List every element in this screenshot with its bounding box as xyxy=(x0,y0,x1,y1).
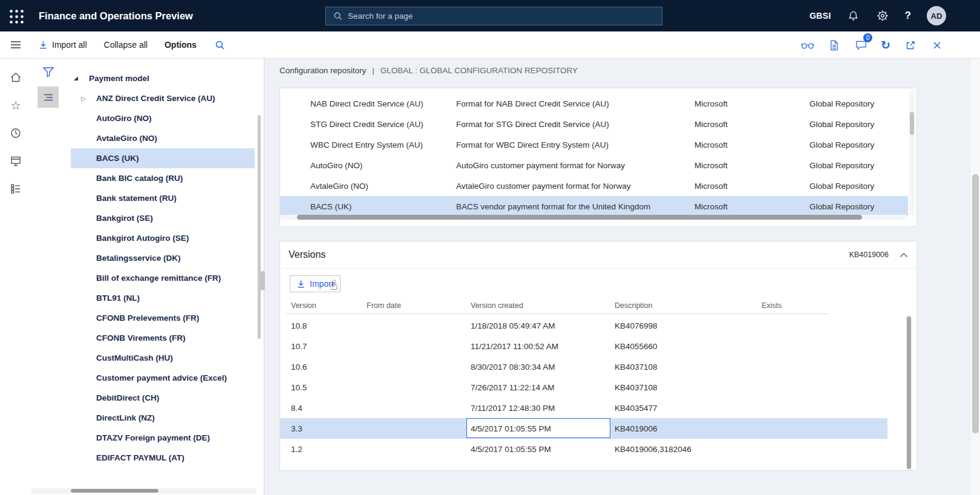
cell-version: 10.8 xyxy=(291,321,307,330)
cell-description: KB4037108 xyxy=(615,383,658,392)
accessibility-glasses-icon[interactable] xyxy=(801,39,814,52)
download-icon xyxy=(39,41,48,50)
tree-item[interactable]: BTL91 (NL) xyxy=(71,288,255,308)
tree-item-selected[interactable]: BACS (UK) xyxy=(71,148,255,168)
cell-description: Format for WBC Direct Entry System (AU) xyxy=(456,140,609,149)
tree-item[interactable]: Bank statement (RU) xyxy=(71,188,255,208)
splitter-handle[interactable] xyxy=(261,271,265,290)
column-header-from-date[interactable]: From date xyxy=(367,301,401,310)
version-row[interactable]: 1.2 4/5/2017 01:05:55 PM KB4019006,31820… xyxy=(280,439,887,459)
app-launcher-icon[interactable] xyxy=(8,8,24,24)
import-button[interactable]: Import xyxy=(290,275,341,292)
chevron-up-icon[interactable] xyxy=(900,252,908,258)
help-icon[interactable]: ? xyxy=(905,10,911,22)
cell-description: KB4076998 xyxy=(615,321,658,330)
versions-vertical-scrollbar-thumb[interactable] xyxy=(907,316,911,469)
collapse-all-button[interactable]: Collapse all xyxy=(104,40,148,50)
tree-item[interactable]: CustMultiCash (HU) xyxy=(71,348,255,368)
grid-horizontal-scrollbar-track[interactable] xyxy=(281,215,907,220)
version-row-selected[interactable]: 3.3 4/5/2017 01:05:55 PM KB4019006 xyxy=(280,418,887,439)
page-vertical-scrollbar-track[interactable] xyxy=(970,59,980,495)
tree-root-label: Payment model xyxy=(89,74,149,83)
tree-item[interactable]: AvtaleGiro (NO) xyxy=(71,128,255,148)
table-row[interactable]: AvtaleGiro (NO) AvtaleGiro customer paym… xyxy=(280,175,916,196)
tree-item[interactable]: DirectLink (NZ) xyxy=(71,408,255,428)
version-row[interactable]: 10.7 11/21/2017 11:00:52 AM KB4055660 xyxy=(280,336,887,356)
sidebar-horizontal-scrollbar-thumb[interactable] xyxy=(71,489,158,493)
hamburger-menu-icon[interactable] xyxy=(0,31,31,59)
page-vertical-scrollbar-thumb[interactable] xyxy=(972,174,979,433)
tree-item-label: Bankgirot (SE) xyxy=(96,214,153,223)
cell-version: 1.2 xyxy=(291,445,302,454)
version-row[interactable]: 8.4 7/11/2017 12:48:30 PM KB4035477 xyxy=(280,398,887,418)
column-header-version[interactable]: Version xyxy=(291,301,316,310)
version-row[interactable]: 10.5 7/26/2017 11:22:14 AM KB4037108 xyxy=(280,377,887,398)
search-input[interactable] xyxy=(348,11,655,21)
modules-icon[interactable] xyxy=(0,175,31,203)
cell-version: 3.3 xyxy=(291,424,302,433)
cell-description: KB4035477 xyxy=(615,404,658,413)
tree-item[interactable]: Customer payment advice (Excel) xyxy=(71,368,255,388)
configuration-tree-panel: ◢ Payment model ▷ ANZ Direct Credit Serv… xyxy=(31,59,264,495)
open-in-new-window-icon[interactable] xyxy=(904,39,917,52)
tree-item[interactable]: Bankgirot (SE) xyxy=(71,208,255,228)
actionbar-right-cluster: 0 ↻ xyxy=(801,31,944,59)
tree-item-label: CustMultiCash (HU) xyxy=(96,353,173,362)
tree-item[interactable]: CFONB Virements (FR) xyxy=(71,328,255,348)
sidebar-vertical-scrollbar[interactable] xyxy=(258,115,261,339)
tree-item[interactable]: Betalingsservice (DK) xyxy=(71,248,255,268)
import-all-button[interactable]: Import all xyxy=(39,40,87,50)
close-icon[interactable] xyxy=(930,39,944,52)
tree-item[interactable]: DTAZV Foreign payment (DE) xyxy=(71,428,255,448)
cell-version: 10.6 xyxy=(291,362,307,372)
cell-description: KB4019006 xyxy=(615,424,658,433)
table-row[interactable]: STG Direct Credit Service (AU) Format fo… xyxy=(280,114,916,134)
tree-item[interactable]: AutoGiro (NO) xyxy=(71,108,255,128)
grid-vertical-scrollbar-thumb[interactable] xyxy=(910,112,914,135)
tree-item[interactable]: EDIFACT PAYMUL (AT) xyxy=(71,448,255,468)
favorites-star-icon[interactable]: ☆ xyxy=(0,91,31,119)
table-row[interactable]: NAB Direct Credit Service (AU) Format fo… xyxy=(280,93,916,114)
cell-version-created: 7/11/2017 12:48:30 PM xyxy=(471,404,555,413)
version-row[interactable]: 10.6 8/30/2017 08:30:34 AM KB4037108 xyxy=(280,356,887,377)
column-header-version-created[interactable]: Version created xyxy=(471,301,523,310)
document-icon[interactable] xyxy=(828,39,841,52)
tree-item[interactable]: Bill of exchange remittance (FR) xyxy=(71,268,255,288)
grid-vertical-scrollbar-track[interactable] xyxy=(909,90,915,215)
messages-icon[interactable]: 0 xyxy=(854,39,867,52)
settings-gear-icon[interactable] xyxy=(876,9,889,22)
tree-item-label: AvtaleGiro (NO) xyxy=(96,134,157,143)
column-header-exists[interactable]: Exists xyxy=(762,301,782,310)
app-title: Finance and Operations Preview xyxy=(39,10,193,22)
tree-root-payment-model[interactable]: ◢ Payment model xyxy=(71,68,255,88)
tree-item[interactable]: Bankgirot Autogiro (SE) xyxy=(71,228,255,248)
refresh-icon[interactable]: ↻ xyxy=(881,39,890,51)
versions-fasttab-header[interactable]: Versions KB4019006 xyxy=(280,241,916,269)
app-root: Finance and Operations Preview GBSI ? AD xyxy=(0,0,980,495)
grid-horizontal-scrollbar-thumb[interactable] xyxy=(297,215,862,220)
tree-item[interactable]: Bank BIC catalog (RU) xyxy=(71,168,255,188)
company-picker[interactable]: GBSI xyxy=(809,11,831,21)
table-row[interactable]: AutoGiro (NO) AutoGiro customer payment … xyxy=(280,155,916,175)
table-row[interactable]: WBC Direct Entry System (AU) Format for … xyxy=(280,134,916,155)
table-row-selected[interactable]: BACS (UK) BACS vendor payment format for… xyxy=(280,196,908,217)
tree-item-label: DTAZV Foreign payment (DE) xyxy=(96,433,210,442)
notifications-bell-icon[interactable] xyxy=(847,9,860,22)
cell-provider: Microsoft xyxy=(694,140,728,149)
sidebar-horizontal-scrollbar-track[interactable] xyxy=(31,488,256,494)
options-tab[interactable]: Options xyxy=(165,40,197,50)
tree-item[interactable]: ▷ ANZ Direct Credit Service (AU) xyxy=(71,88,255,108)
versions-vertical-scrollbar-track[interactable] xyxy=(906,315,912,470)
column-header-description[interactable]: Description xyxy=(615,301,653,310)
version-row[interactable]: 10.8 1/18/2018 05:49:47 AM KB4076998 xyxy=(280,315,887,336)
tree-item-label: Bill of exchange remittance (FR) xyxy=(96,274,221,283)
workspaces-icon[interactable] xyxy=(0,147,31,175)
tree-item[interactable]: DebitDirect (CH) xyxy=(71,388,255,408)
cell-description: AutoGiro customer payment format for Nor… xyxy=(456,161,625,170)
recent-clock-icon[interactable] xyxy=(0,119,31,147)
page-search-box[interactable] xyxy=(325,7,662,25)
home-icon[interactable] xyxy=(0,64,31,91)
toolbar-search-icon[interactable] xyxy=(214,38,227,51)
avatar[interactable]: AD xyxy=(927,6,946,25)
tree-item[interactable]: CFONB Prelevements (FR) xyxy=(71,308,255,328)
